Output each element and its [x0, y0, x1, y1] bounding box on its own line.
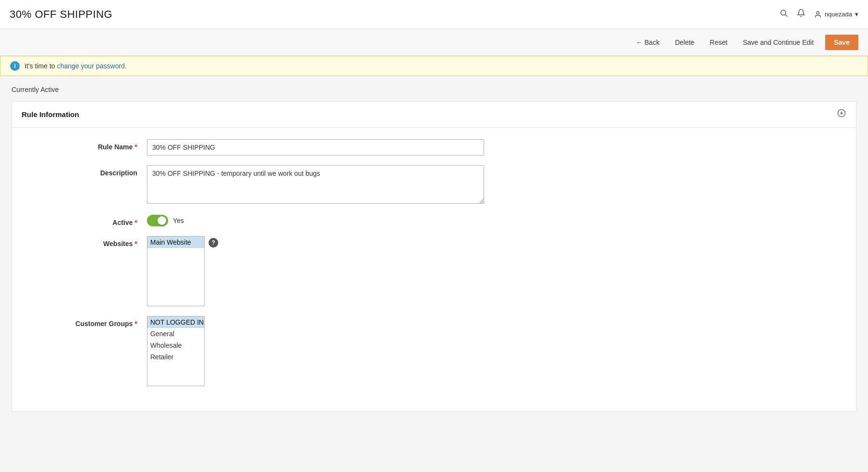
websites-control: Main Website ? — [147, 236, 484, 306]
cg-option-general[interactable]: General — [147, 328, 204, 340]
required-star: * — [135, 143, 137, 151]
info-icon: i — [10, 61, 20, 71]
rule-information-section: Rule Information Rule Name* — [12, 101, 856, 412]
customer-groups-select[interactable]: NOT LOGGED IN General Wholesale Retailer — [147, 316, 205, 386]
required-star-cg: * — [135, 320, 137, 328]
description-control: 30% OFF SHIPPING - temporary until we wo… — [147, 165, 484, 205]
websites-select[interactable]: Main Website — [147, 236, 205, 306]
svg-point-0 — [781, 10, 786, 15]
active-row: Active* Yes — [31, 215, 837, 226]
dropdown-arrow: ▾ — [855, 11, 858, 18]
toggle-thumb — [158, 216, 166, 225]
header-icons: nquezada ▾ — [779, 9, 858, 20]
website-option-main[interactable]: Main Website — [147, 236, 204, 248]
websites-row: Websites* Main Website ? — [31, 236, 837, 306]
action-toolbar: ← Back Delete Reset Save and Continue Ed… — [0, 29, 868, 56]
websites-help-icon[interactable]: ? — [209, 238, 218, 248]
rule-name-label: Rule Name* — [31, 139, 147, 151]
websites-field-with-help: Main Website ? — [147, 236, 484, 306]
active-label: Active* — [31, 215, 147, 226]
cg-option-wholesale[interactable]: Wholesale — [147, 340, 204, 351]
change-password-link[interactable]: change your password. — [57, 62, 127, 70]
username-label: nquezada — [825, 11, 852, 18]
user-menu[interactable]: nquezada ▾ — [814, 11, 858, 18]
toggle-row: Yes — [147, 215, 484, 226]
info-banner: i It's time to change your password. — [0, 56, 868, 76]
search-icon[interactable] — [779, 9, 788, 20]
main-content: Currently Active Rule Information Rule N… — [0, 76, 868, 472]
rule-name-input[interactable] — [147, 139, 484, 156]
reset-button[interactable]: Reset — [706, 37, 732, 48]
active-toggle[interactable] — [147, 215, 168, 226]
description-input[interactable]: 30% OFF SHIPPING - temporary until we wo… — [147, 165, 484, 204]
section-title: Rule Information — [22, 110, 79, 118]
banner-text: It's time to change your password. — [25, 62, 127, 70]
delete-button[interactable]: Delete — [671, 37, 698, 48]
back-button[interactable]: ← Back — [632, 37, 663, 48]
section-body: Rule Name* Description 30% OFF SHIPPING … — [12, 128, 856, 411]
description-row: Description 30% OFF SHIPPING - temporary… — [31, 165, 837, 205]
required-star-active: * — [135, 219, 137, 226]
rule-name-control — [147, 139, 484, 156]
rule-name-row: Rule Name* — [31, 139, 837, 156]
active-control: Yes — [147, 215, 484, 226]
active-value-label: Yes — [173, 217, 184, 224]
section-header[interactable]: Rule Information — [12, 102, 856, 128]
toggle-track — [147, 215, 168, 226]
customer-groups-control: NOT LOGGED IN General Wholesale Retailer — [147, 316, 484, 386]
bell-icon[interactable] — [797, 9, 805, 20]
cg-option-not-logged-in[interactable]: NOT LOGGED IN — [147, 316, 204, 328]
save-button[interactable]: Save — [825, 35, 858, 50]
page-title: 30% OFF SHIPPING — [10, 8, 112, 21]
currently-active-label: Currently Active — [12, 86, 856, 93]
description-label: Description — [31, 165, 147, 177]
customer-groups-row: Customer Groups* NOT LOGGED IN General W… — [31, 316, 837, 386]
websites-label: Websites* — [31, 236, 147, 248]
save-continue-button[interactable]: Save and Continue Edit — [739, 37, 817, 48]
top-header: 30% OFF SHIPPING nquezada ▾ — [0, 0, 868, 29]
svg-point-2 — [816, 12, 819, 14]
collapse-icon[interactable] — [837, 108, 846, 120]
required-star-websites: * — [135, 240, 137, 248]
svg-line-1 — [785, 14, 787, 16]
cg-option-retailer[interactable]: Retailer — [147, 351, 204, 363]
customer-groups-label: Customer Groups* — [31, 316, 147, 328]
